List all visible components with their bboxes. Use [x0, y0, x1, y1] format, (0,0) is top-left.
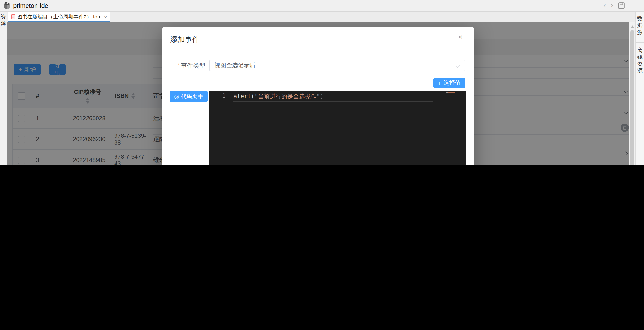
- sidebar-tab-offline-resources-label: 离线资源: [636, 47, 644, 74]
- minimap-code-preview: [446, 92, 455, 93]
- code-string: "当前进行的是全选操作": [255, 93, 320, 100]
- choose-value-button[interactable]: + 选择值: [434, 78, 466, 88]
- editor-tab-bar: 图书在版编目（生命周期事件2）.formx ×: [7, 11, 635, 22]
- plus-icon: +: [438, 80, 442, 86]
- app-window: primeton-ide ‹ › 资源 数据源 离线资源: [0, 0, 644, 165]
- save-file-icon[interactable]: [618, 3, 624, 9]
- sidebar-tab-resources[interactable]: 资源: [0, 11, 7, 29]
- choose-value-label: 选择值: [443, 79, 461, 87]
- event-type-label: *事件类型: [162, 62, 205, 70]
- editor-code-line: alert("当前进行的是全选操作"): [234, 93, 324, 101]
- dialog-close-icon[interactable]: ×: [458, 33, 462, 41]
- sidebar-tab-resources-label: 资源: [0, 14, 7, 26]
- add-event-dialog: 添加事件 × *事件类型 视图全选记录后 + 选择值 ◎ 代码助手 1 aler…: [162, 27, 474, 165]
- tab-label: 图书在版编目（生命周期事件2）.formx: [17, 13, 101, 20]
- tab-formx-file[interactable]: 图书在版编目（生命周期事件2）.formx ×: [8, 11, 110, 22]
- tab-close-icon[interactable]: ×: [104, 14, 107, 19]
- active-tab-underline: [8, 21, 110, 22]
- page-scrollbar[interactable]: [630, 22, 635, 165]
- left-sidebar-strip: 资源: [0, 11, 7, 165]
- sidebar-tab-datasource-label: 数据源: [636, 15, 644, 36]
- code-assistant-label: 代码助手: [181, 93, 203, 100]
- required-mark: *: [178, 62, 180, 69]
- title-bar: primeton-ide ‹ ›: [0, 0, 644, 12]
- code-function: alert(: [234, 93, 255, 100]
- event-type-select[interactable]: 视图全选记录后: [209, 60, 466, 71]
- current-line-border: [234, 101, 434, 102]
- code-close-paren: ): [320, 93, 324, 100]
- minimap-border: [461, 91, 461, 165]
- code-editor[interactable]: 1 alert("当前进行的是全选操作"): [209, 91, 466, 165]
- formx-file-icon: [11, 14, 15, 20]
- sidebar-tab-datasource[interactable]: 数据源: [636, 11, 644, 43]
- editor-line-number: 1: [218, 93, 226, 99]
- chevron-down-icon: [456, 63, 460, 68]
- scrollbar-thumb[interactable]: [630, 30, 634, 165]
- dialog-title: 添加事件: [170, 35, 200, 44]
- event-type-value: 视图全选记录后: [214, 61, 255, 70]
- sidebar-tab-offline-resources[interactable]: 离线资源: [636, 43, 644, 81]
- event-type-label-text: 事件类型: [181, 62, 205, 69]
- nav-forward-icon[interactable]: ›: [611, 2, 613, 9]
- code-assistant-button[interactable]: ◎ 代码助手: [170, 91, 208, 102]
- right-sidebar-strip: 数据源 离线资源: [635, 11, 644, 165]
- app-logo-icon: [3, 2, 11, 10]
- code-assistant-icon: ◎: [174, 93, 179, 100]
- scroll-up-icon[interactable]: [630, 25, 634, 28]
- app-title: primeton-ide: [13, 2, 48, 9]
- nav-back-icon[interactable]: ‹: [604, 2, 606, 9]
